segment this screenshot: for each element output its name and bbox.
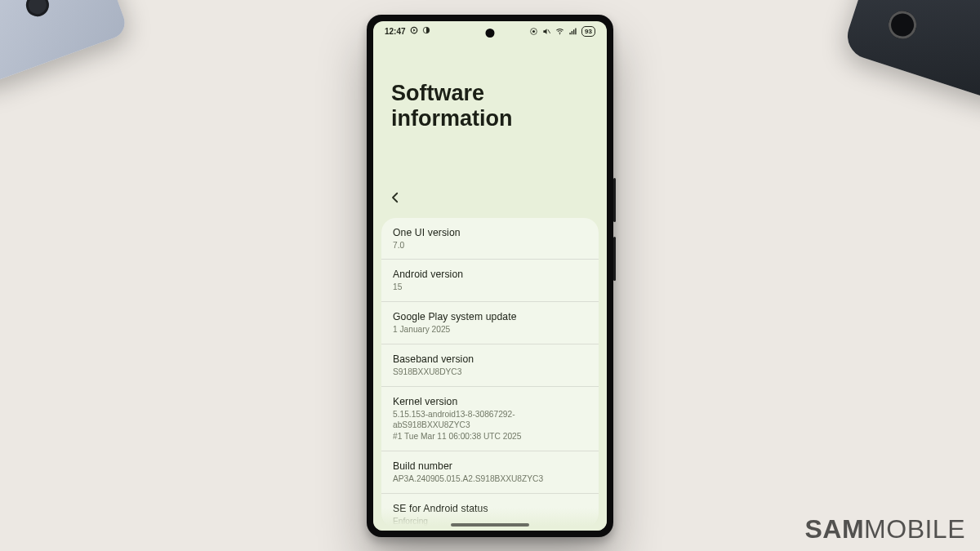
battery-indicator: 93 (581, 26, 595, 37)
status-contrast-icon (422, 26, 430, 36)
svg-point-5 (559, 33, 560, 34)
phone-screen: 12:47 (373, 21, 607, 531)
back-button[interactable] (388, 193, 403, 207)
background-phone-left (0, 0, 129, 88)
status-time: 12:47 (385, 27, 406, 36)
signal-icon (568, 27, 577, 36)
background-phone-right (842, 0, 980, 106)
status-dot-icon (529, 27, 538, 36)
row-build-number[interactable]: Build number AP3A.240905.015.A2.S918BXXU… (381, 451, 599, 494)
row-label: Google Play system update (393, 311, 587, 322)
row-value: 5.15.153-android13-8-30867292-abS918BXXU… (393, 409, 587, 442)
watermark: SAMMOBILE (804, 514, 965, 544)
home-indicator[interactable] (451, 523, 529, 527)
row-label: SE for Android status (393, 503, 587, 514)
status-indicator-icon (410, 26, 418, 36)
row-kernel-version[interactable]: Kernel version 5.15.153-android13-8-3086… (381, 387, 599, 451)
row-label: Kernel version (393, 396, 587, 407)
row-value: AP3A.240905.015.A2.S918BXXU8ZYC3 (393, 473, 587, 485)
svg-line-4 (548, 29, 550, 33)
row-label: Android version (393, 269, 587, 280)
mute-icon (542, 27, 551, 36)
row-label: One UI version (393, 227, 587, 238)
row-baseband-version[interactable]: Baseband version S918BXXU8DYC3 (381, 344, 599, 387)
row-value: 1 January 2025 (393, 324, 587, 335)
battery-percent: 93 (585, 27, 592, 36)
camera-punch-hole (486, 29, 495, 38)
watermark-light: MOBILE (864, 514, 965, 544)
row-one-ui-version[interactable]: One UI version 7.0 (381, 218, 599, 260)
page-title: Software information (373, 38, 607, 131)
row-label: Build number (393, 460, 587, 472)
watermark-bold: SAM (804, 514, 864, 544)
settings-card: One UI version 7.0 Android version 15 Go… (381, 218, 599, 529)
row-value: S918BXXU8DYC3 (393, 367, 587, 378)
row-google-play-update[interactable]: Google Play system update 1 January 2025 (381, 302, 599, 344)
row-value: 15 (393, 282, 587, 293)
row-value: 7.0 (393, 240, 587, 251)
phone-frame: 12:47 (367, 15, 613, 537)
row-android-version[interactable]: Android version 15 (381, 260, 599, 302)
wifi-icon (555, 27, 564, 36)
row-label: Baseband version (393, 353, 587, 365)
svg-point-2 (532, 29, 535, 32)
